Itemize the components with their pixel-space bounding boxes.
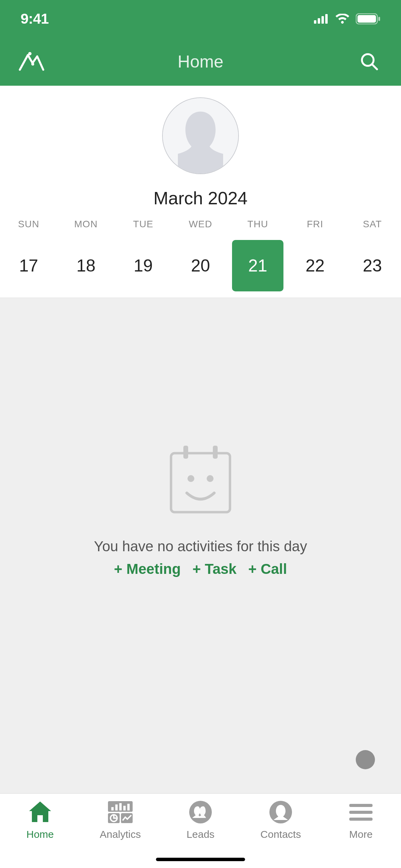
day-number[interactable]: 22	[289, 240, 341, 291]
status-icons	[314, 13, 380, 24]
tab-label: Home	[26, 829, 54, 840]
day-number-selected[interactable]: 21	[232, 240, 283, 291]
day-col-sat[interactable]: SAT 23	[344, 219, 401, 291]
tab-label: More	[349, 829, 373, 840]
page-title: Home	[45, 52, 356, 72]
svg-rect-12	[183, 446, 188, 459]
svg-rect-2	[321, 16, 324, 24]
battery-icon	[356, 13, 380, 24]
avatar-placeholder-icon	[163, 98, 238, 173]
day-col-thu[interactable]: THU 21	[229, 219, 287, 291]
avatar[interactable]	[162, 97, 239, 174]
day-number[interactable]: 18	[60, 240, 112, 291]
tab-analytics[interactable]: Analytics	[80, 800, 160, 868]
day-number[interactable]: 17	[3, 240, 54, 291]
svg-rect-18	[115, 805, 118, 811]
home-icon	[28, 800, 52, 824]
svg-rect-3	[325, 14, 328, 24]
add-call-button[interactable]: + Call	[248, 561, 287, 577]
search-icon	[360, 52, 379, 71]
calendar-smile-icon	[159, 439, 242, 522]
cellular-icon	[314, 14, 329, 24]
day-name: SUN	[0, 219, 57, 230]
app-logo-icon[interactable]	[18, 51, 45, 72]
tab-more[interactable]: More	[321, 800, 401, 868]
tab-label: Analytics	[100, 829, 141, 840]
activities-empty-state: You have no activities for this day + Me…	[0, 298, 401, 793]
status-time: 9:41	[21, 11, 49, 27]
day-name: FRI	[287, 219, 344, 230]
add-meeting-button[interactable]: + Meeting	[114, 561, 181, 577]
day-name: SAT	[344, 219, 401, 230]
analytics-icon	[108, 800, 133, 824]
header: 9:41 Home	[0, 0, 401, 86]
svg-line-9	[372, 64, 377, 69]
day-number[interactable]: 23	[347, 240, 398, 291]
svg-rect-29	[349, 818, 373, 821]
day-col-wed[interactable]: WED 20	[172, 219, 229, 291]
day-name: THU	[229, 219, 287, 230]
svg-rect-1	[318, 18, 320, 24]
svg-rect-6	[378, 17, 380, 21]
day-col-tue[interactable]: TUE 19	[114, 219, 172, 291]
day-name: TUE	[114, 219, 172, 230]
day-name: WED	[172, 219, 229, 230]
empty-message: You have no activities for this day	[94, 538, 307, 555]
menu-icon	[349, 800, 373, 824]
svg-rect-19	[119, 803, 122, 810]
svg-rect-17	[111, 807, 114, 810]
svg-rect-0	[314, 20, 316, 24]
svg-point-7	[28, 52, 32, 56]
day-col-sun[interactable]: SUN 17	[0, 219, 57, 291]
add-task-button[interactable]: + Task	[192, 561, 236, 577]
tab-contacts[interactable]: Contacts	[241, 800, 321, 868]
svg-rect-27	[349, 804, 373, 807]
day-col-mon[interactable]: MON 18	[57, 219, 114, 291]
tab-home[interactable]: Home	[0, 800, 80, 868]
status-bar: 9:41	[0, 0, 401, 38]
svg-rect-28	[349, 811, 373, 814]
svg-rect-21	[127, 804, 130, 810]
svg-rect-20	[123, 806, 126, 811]
calendar-section: March 2024 SUN 17 MON 18 TUE 19 WED 20 T…	[0, 86, 401, 298]
day-number[interactable]: 20	[175, 240, 226, 291]
nav-bar: Home	[0, 38, 401, 86]
day-col-fri[interactable]: FRI 22	[287, 219, 344, 291]
wifi-icon	[335, 14, 350, 24]
svg-point-14	[187, 475, 194, 482]
leads-icon	[188, 800, 213, 824]
tab-bar: Home Analytics	[0, 793, 401, 868]
tab-label: Leads	[186, 829, 215, 840]
tab-label: Contacts	[260, 829, 301, 840]
svg-point-15	[207, 475, 214, 482]
svg-rect-11	[171, 453, 230, 512]
floating-indicator[interactable]	[356, 750, 375, 769]
month-label[interactable]: March 2024	[0, 188, 401, 208]
svg-rect-13	[213, 446, 218, 459]
svg-rect-5	[357, 15, 376, 23]
empty-actions: + Meeting + Task + Call	[114, 561, 287, 577]
contacts-icon	[268, 800, 293, 824]
search-button[interactable]	[356, 52, 383, 71]
day-number[interactable]: 19	[118, 240, 169, 291]
day-name: MON	[57, 219, 114, 230]
week-row: SUN 17 MON 18 TUE 19 WED 20 THU 21 FRI 2…	[0, 219, 401, 291]
home-indicator[interactable]	[156, 858, 245, 861]
